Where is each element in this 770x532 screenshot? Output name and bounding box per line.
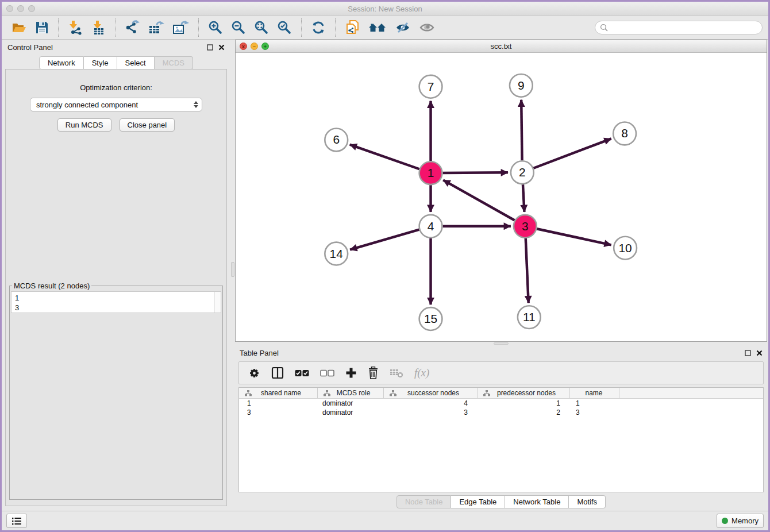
mcds-result-title: MCDS result (2 nodes) bbox=[12, 282, 91, 290]
table-cell: 1 bbox=[570, 399, 619, 407]
add-column-button[interactable] bbox=[345, 367, 357, 379]
graph-node-15[interactable]: 15 bbox=[419, 307, 442, 330]
export-network-button[interactable] bbox=[121, 18, 144, 37]
dropdown-stepper-icon bbox=[194, 101, 198, 108]
tab-network-table[interactable]: Network Table bbox=[505, 495, 569, 508]
copy-network-icon bbox=[345, 20, 360, 36]
graph-node-6[interactable]: 6 bbox=[325, 129, 348, 152]
graph-edge-2-9[interactable] bbox=[521, 100, 522, 161]
graph-node-label: 11 bbox=[523, 310, 536, 323]
column-header-successor-nodes[interactable]: successor nodes bbox=[384, 388, 478, 398]
search-input[interactable] bbox=[608, 24, 757, 32]
tab-node-table[interactable]: Node Table bbox=[396, 495, 452, 508]
toolbar-separator bbox=[198, 18, 199, 37]
graph-node-3[interactable]: 3 bbox=[514, 215, 537, 238]
table-panel: Table Panel bbox=[235, 345, 767, 511]
table-splitter-grip[interactable] bbox=[494, 342, 509, 345]
homes-button[interactable] bbox=[364, 19, 391, 36]
criterion-dropdown[interactable]: strongly connected component bbox=[30, 98, 202, 111]
function-builder-button[interactable]: f(x) bbox=[414, 367, 429, 379]
splitter-grip[interactable] bbox=[231, 262, 234, 277]
result-scrollbar[interactable] bbox=[214, 292, 221, 313]
graph-edge-4-14[interactable] bbox=[350, 230, 419, 250]
zoom-out-icon bbox=[231, 20, 246, 35]
table-cell: 3 bbox=[570, 408, 619, 417]
delete-column-button[interactable] bbox=[368, 367, 379, 379]
refresh-button[interactable] bbox=[307, 18, 330, 37]
graph-edge-2-8[interactable] bbox=[533, 138, 611, 168]
open-folder-icon bbox=[11, 21, 27, 34]
export-image-button[interactable] bbox=[168, 18, 193, 37]
zoom-in-button[interactable] bbox=[204, 18, 227, 37]
show-columns-button[interactable] bbox=[271, 367, 284, 379]
delete-table-button[interactable] bbox=[390, 368, 403, 378]
graph-node-7[interactable]: 7 bbox=[419, 75, 442, 98]
graph-edge-3-10[interactable] bbox=[537, 229, 611, 245]
tab-mcds[interactable]: MCDS bbox=[155, 56, 193, 70]
function-fx-icon: f(x) bbox=[414, 367, 429, 379]
search-box[interactable] bbox=[595, 21, 763, 34]
graph-node-label: 6 bbox=[333, 133, 340, 146]
column-header-predecessor-nodes[interactable]: predecessor nodes bbox=[478, 388, 570, 398]
graph-node-9[interactable]: 9 bbox=[510, 74, 533, 97]
zoom-out-button[interactable] bbox=[227, 18, 250, 37]
table-row[interactable]: 3dominator323 bbox=[239, 408, 763, 417]
graph-node-1[interactable]: 1 bbox=[419, 161, 442, 184]
copy-network-button[interactable] bbox=[341, 18, 364, 37]
graph-node-label: 9 bbox=[518, 79, 525, 92]
task-history-button[interactable] bbox=[6, 514, 27, 528]
graph-edge-3-1[interactable] bbox=[443, 180, 514, 220]
graph-node-11[interactable]: 11 bbox=[518, 306, 541, 329]
open-session-button[interactable] bbox=[7, 20, 31, 36]
zoom-fit-button[interactable] bbox=[250, 18, 273, 37]
import-network-button[interactable] bbox=[64, 18, 87, 37]
table-row[interactable]: 1dominator411 bbox=[239, 399, 763, 408]
tab-style[interactable]: Style bbox=[84, 56, 117, 70]
graph-node-14[interactable]: 14 bbox=[325, 242, 348, 265]
graph-edge-2-3[interactable] bbox=[523, 184, 525, 212]
graph-node-10[interactable]: 10 bbox=[614, 237, 637, 260]
graph-node-8[interactable]: 8 bbox=[613, 122, 636, 145]
table-panel-header: Table Panel bbox=[235, 345, 767, 360]
tab-motifs[interactable]: Motifs bbox=[569, 495, 606, 508]
deselect-all-button[interactable] bbox=[320, 369, 334, 377]
graph-node-4[interactable]: 4 bbox=[419, 215, 442, 238]
attribute-type-icon bbox=[245, 390, 252, 396]
network-canvas[interactable]: 7968124314101511 bbox=[236, 53, 767, 341]
graph-edge-1-6[interactable] bbox=[350, 145, 419, 169]
float-panel-icon[interactable] bbox=[207, 44, 213, 51]
column-header-mcds-role[interactable]: MCDS role bbox=[318, 388, 384, 398]
run-mcds-button[interactable]: Run MCDS bbox=[57, 118, 111, 132]
save-session-button[interactable] bbox=[31, 19, 53, 36]
tab-select[interactable]: Select bbox=[117, 56, 155, 70]
graph-node-label: 7 bbox=[428, 80, 434, 93]
float-panel-icon[interactable] bbox=[745, 350, 751, 356]
memory-button[interactable]: Memory bbox=[717, 514, 764, 528]
attribute-type-icon bbox=[483, 390, 490, 396]
show-button[interactable] bbox=[415, 19, 439, 36]
mcds-result-group: MCDS result (2 nodes) 13 bbox=[9, 282, 223, 500]
attribute-type-icon bbox=[390, 390, 396, 396]
export-network-icon bbox=[125, 20, 140, 35]
column-header-name[interactable]: name bbox=[570, 388, 619, 398]
tab-network[interactable]: Network bbox=[39, 56, 84, 70]
tab-edge-table[interactable]: Edge Table bbox=[451, 495, 505, 508]
close-panel-icon[interactable] bbox=[756, 350, 763, 356]
graph-edge-1-2[interactable] bbox=[442, 172, 508, 173]
graph-edge-3-11[interactable] bbox=[526, 238, 529, 303]
column-header-shared-name[interactable]: shared name bbox=[239, 388, 318, 398]
graph-node-label: 4 bbox=[428, 219, 434, 233]
table-cell: 1 bbox=[478, 399, 570, 407]
import-table-button[interactable] bbox=[87, 18, 110, 37]
deselect-all-icon bbox=[320, 369, 334, 377]
graph-node-2[interactable]: 2 bbox=[511, 161, 534, 184]
close-panel-button[interactable]: Close panel bbox=[120, 118, 175, 132]
table-cell: dominator bbox=[318, 399, 384, 407]
select-all-button[interactable] bbox=[295, 369, 309, 377]
panel-splitter[interactable] bbox=[230, 40, 235, 511]
hide-button[interactable] bbox=[391, 19, 415, 36]
table-settings-button[interactable] bbox=[248, 367, 260, 379]
close-panel-icon[interactable] bbox=[218, 44, 225, 51]
export-table-button[interactable] bbox=[144, 18, 168, 37]
zoom-selected-button[interactable] bbox=[273, 18, 296, 37]
